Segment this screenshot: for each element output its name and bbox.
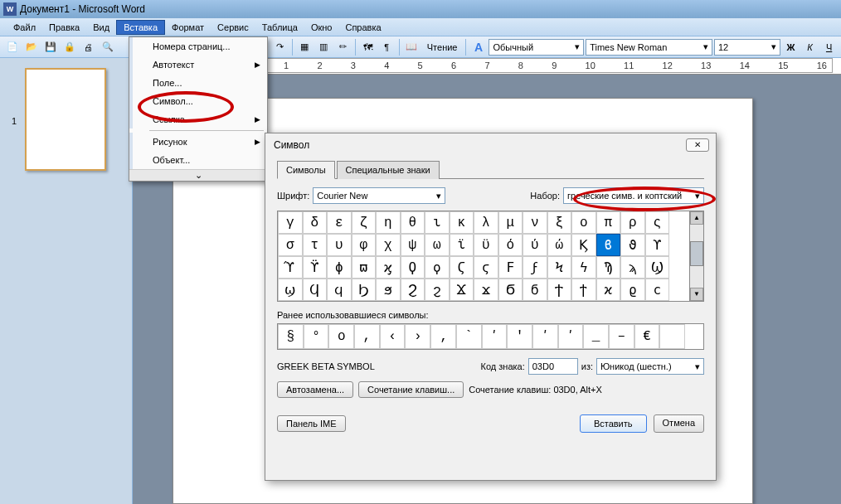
char-cell[interactable]: Ϣ	[645, 256, 670, 279]
char-cell[interactable]: σ	[278, 234, 303, 256]
char-cell[interactable]: ϋ	[474, 234, 498, 256]
char-cell[interactable]: μ	[498, 211, 523, 234]
char-cell[interactable]: ϱ	[620, 279, 645, 301]
recent-char-cell[interactable]: ‹	[380, 324, 406, 349]
char-cell[interactable]: ϐ	[596, 234, 621, 256]
char-cell[interactable]: ϝ	[523, 256, 547, 279]
char-cell[interactable]: Ϡ	[596, 256, 621, 279]
char-cell[interactable]: ν	[523, 211, 547, 234]
cancel-button[interactable]: Отмена	[654, 414, 704, 433]
shortcut-button[interactable]: Сочетание клавиш...	[358, 381, 464, 398]
char-cell[interactable]: ϫ	[474, 279, 498, 301]
perm-button[interactable]: 🔒	[61, 38, 78, 56]
char-cell[interactable]: ϣ	[278, 279, 303, 301]
table-button[interactable]: ▦	[296, 38, 314, 56]
recent-char-cell[interactable]: ,	[354, 324, 380, 349]
char-cell[interactable]: Ϩ	[401, 279, 425, 301]
style-a-button[interactable]: A	[469, 38, 487, 56]
font-select[interactable]: Courier New▾	[313, 187, 445, 204]
char-cell[interactable]: π	[596, 211, 621, 234]
recent-char-cell[interactable]: ′	[507, 324, 532, 349]
para-button[interactable]: ¶	[378, 38, 396, 56]
char-cell[interactable]: ϓ	[278, 256, 303, 279]
char-cell[interactable]: ϧ	[376, 279, 401, 301]
char-cell[interactable]: Ϛ	[450, 256, 474, 279]
char-cell[interactable]: ψ	[401, 234, 425, 256]
recent-char-cell[interactable]: §	[278, 324, 304, 349]
recent-char-cell[interactable]: `	[456, 324, 482, 349]
menu-page-numbers[interactable]: Номера страниц...	[129, 37, 267, 56]
char-cell[interactable]: ϖ	[352, 256, 377, 279]
autocorrect-button[interactable]: Автозамена...	[277, 381, 353, 398]
encoding-select[interactable]: Юникод (шестн.)▾	[596, 358, 704, 375]
char-cell[interactable]: ϔ	[303, 256, 328, 279]
char-cell[interactable]: Ϙ	[401, 256, 425, 279]
recent-char-cell[interactable]: –	[609, 324, 634, 349]
char-cell[interactable]: χ	[376, 234, 401, 256]
char-cell[interactable]: ϲ	[645, 279, 670, 301]
char-cell[interactable]: ϭ	[523, 279, 547, 301]
char-cell[interactable]: ώ	[547, 234, 572, 256]
char-cell[interactable]: ε	[327, 211, 352, 234]
recent-char-cell[interactable]: ʹ	[558, 324, 584, 349]
grid-scrollbar[interactable]: ▲ ▼	[690, 211, 704, 302]
menu-picture[interactable]: Рисунок▶	[129, 133, 267, 151]
char-cell[interactable]: γ	[278, 211, 303, 234]
new-doc-button[interactable]: 📄	[3, 38, 21, 56]
menu-format[interactable]: Формат	[165, 21, 211, 34]
char-cell[interactable]: κ	[450, 211, 474, 234]
menu-edit[interactable]: Правка	[42, 21, 86, 34]
size-select[interactable]: 12▾	[714, 39, 780, 56]
char-cell[interactable]: Ϭ	[498, 279, 523, 301]
menu-table[interactable]: Таблица	[255, 21, 304, 34]
char-cell[interactable]: Ϯ	[547, 279, 572, 301]
char-cell[interactable]: Ϗ	[571, 234, 596, 256]
char-cell[interactable]: ϯ	[571, 279, 596, 301]
recent-char-cell[interactable]: ›	[405, 324, 430, 349]
char-cell[interactable]: ύ	[523, 234, 547, 256]
menu-file[interactable]: Файл	[7, 21, 42, 34]
recent-char-cell[interactable]: _	[583, 324, 609, 349]
recent-char-cell[interactable]: °	[304, 324, 329, 349]
char-cell[interactable]: ω	[425, 234, 450, 256]
char-cell[interactable]: ϡ	[620, 256, 645, 279]
char-cell[interactable]: ϕ	[327, 256, 352, 279]
recent-char-cell[interactable]	[659, 324, 685, 349]
italic-button[interactable]: К	[801, 38, 819, 56]
char-cell[interactable]: ό	[498, 234, 523, 256]
open-button[interactable]: 📂	[22, 38, 40, 56]
char-cell[interactable]: ϟ	[571, 256, 596, 279]
scroll-track[interactable]	[690, 225, 703, 288]
char-cell[interactable]: Ϥ	[303, 279, 328, 301]
char-cell[interactable]: η	[376, 211, 401, 234]
char-cell[interactable]: ο	[571, 211, 596, 234]
menu-help[interactable]: Справка	[338, 21, 387, 34]
code-input[interactable]	[528, 358, 578, 375]
map-button[interactable]: 🗺	[359, 38, 377, 56]
scroll-thumb[interactable]	[690, 241, 703, 266]
columns-button[interactable]: ▥	[315, 38, 333, 56]
menu-expand[interactable]: ⌄	[129, 169, 267, 181]
char-cell[interactable]: ϥ	[327, 279, 352, 301]
char-cell[interactable]: φ	[352, 234, 377, 256]
recent-char-cell[interactable]: €	[634, 324, 660, 349]
print-button[interactable]: 🖨	[80, 38, 97, 56]
char-cell[interactable]: ρ	[620, 211, 645, 234]
char-cell[interactable]: ζ	[352, 211, 377, 234]
menu-object[interactable]: Объект...	[129, 151, 267, 169]
char-cell[interactable]: τ	[303, 234, 328, 256]
char-cell[interactable]: υ	[327, 234, 352, 256]
char-cell[interactable]: ϑ	[620, 234, 645, 256]
menu-insert[interactable]: Вставка	[116, 20, 165, 35]
char-cell[interactable]: Ϫ	[450, 279, 474, 301]
close-button[interactable]: ✕	[686, 138, 709, 152]
recent-char-cell[interactable]: ʹ	[532, 324, 558, 349]
char-cell[interactable]: δ	[303, 211, 328, 234]
redo-button[interactable]: ↷	[271, 38, 289, 56]
char-cell[interactable]: Ϧ	[352, 279, 377, 301]
char-cell[interactable]: ϩ	[425, 279, 450, 301]
char-cell[interactable]: ϛ	[474, 256, 498, 279]
menu-tools[interactable]: Сервис	[211, 21, 255, 34]
scroll-up-button[interactable]: ▲	[690, 211, 703, 225]
insert-button[interactable]: Вставить	[580, 414, 647, 433]
